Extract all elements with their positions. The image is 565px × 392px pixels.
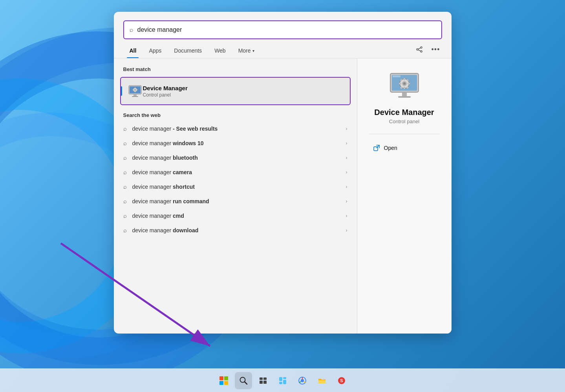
web-item-windows10[interactable]: ⌕ device manager windows 10 › bbox=[114, 136, 357, 150]
widgets-button[interactable] bbox=[274, 372, 291, 389]
web-item-text-camera: device manager camera bbox=[132, 169, 340, 175]
app6-icon: S bbox=[337, 376, 346, 385]
web-item-text-windows10: device manager windows 10 bbox=[132, 140, 340, 146]
search-bar[interactable]: ⌕ bbox=[123, 20, 442, 39]
more-options-button[interactable]: ••• bbox=[430, 43, 442, 56]
svg-rect-14 bbox=[135, 91, 135, 93]
tabs-icons: ••• bbox=[413, 43, 442, 58]
left-panel: Best match bbox=[114, 58, 357, 334]
search-icon: ⌕ bbox=[130, 26, 133, 33]
svg-rect-39 bbox=[260, 377, 263, 380]
svg-line-5 bbox=[418, 48, 421, 49]
search-web-icon-6: ⌕ bbox=[123, 198, 127, 204]
web-item-see-web[interactable]: ⌕ device manager - See web results › bbox=[114, 121, 357, 136]
search-web-icon-2: ⌕ bbox=[123, 140, 127, 146]
search-web-icon-4: ⌕ bbox=[123, 169, 127, 175]
search-taskbar-icon bbox=[239, 376, 248, 385]
best-match-info: Device Manager Control panel bbox=[143, 85, 188, 98]
best-match-label: Best match bbox=[114, 66, 357, 77]
task-view-button[interactable] bbox=[254, 372, 272, 389]
file-explorer-button[interactable] bbox=[313, 372, 331, 389]
tab-more[interactable]: More ▾ bbox=[232, 44, 261, 58]
open-icon bbox=[373, 144, 380, 151]
right-divider bbox=[369, 134, 440, 134]
search-input[interactable] bbox=[137, 26, 436, 33]
svg-line-38 bbox=[245, 382, 247, 384]
svg-point-3 bbox=[417, 49, 418, 50]
web-item-text-bluetooth: device manager bluetooth bbox=[132, 155, 340, 161]
search-web-icon-8: ⌕ bbox=[123, 227, 127, 233]
search-web-icon-7: ⌕ bbox=[123, 212, 127, 219]
device-manager-icon bbox=[127, 83, 143, 99]
windows-logo bbox=[219, 376, 228, 385]
best-match-title: Device Manager bbox=[143, 85, 188, 91]
web-item-text-see-web: device manager - See web results bbox=[132, 126, 340, 132]
right-app-title: Device Manager bbox=[374, 108, 434, 117]
svg-rect-43 bbox=[279, 377, 282, 381]
task-view-icon bbox=[259, 376, 267, 385]
web-section-label: Search the web bbox=[114, 108, 357, 121]
search-panel: ⌕ All Apps Documents Web More ▾ bbox=[114, 12, 452, 334]
search-web-icon-5: ⌕ bbox=[123, 183, 127, 190]
tab-all[interactable]: All bbox=[123, 44, 143, 58]
main-content: Best match bbox=[114, 58, 452, 334]
web-item-text-cmd: device manager cmd bbox=[132, 213, 340, 219]
svg-rect-10 bbox=[132, 96, 138, 97]
chevron-down-icon: ▾ bbox=[252, 49, 254, 53]
svg-point-12 bbox=[134, 89, 136, 91]
chevron-right-icon-7: › bbox=[346, 213, 347, 219]
share-icon-button[interactable] bbox=[413, 43, 426, 56]
svg-point-2 bbox=[421, 47, 422, 48]
svg-rect-40 bbox=[263, 377, 267, 380]
web-item-runcommand[interactable]: ⌕ device manager run command › bbox=[114, 194, 357, 208]
svg-rect-16 bbox=[137, 89, 138, 90]
right-app-subtitle: Control panel bbox=[389, 119, 419, 124]
svg-rect-19 bbox=[393, 75, 400, 77]
web-item-download[interactable]: ⌕ device manager download › bbox=[114, 223, 357, 237]
svg-point-48 bbox=[301, 379, 304, 382]
chevron-right-icon-6: › bbox=[346, 199, 347, 204]
svg-rect-28 bbox=[408, 83, 410, 84]
svg-rect-44 bbox=[283, 377, 286, 379]
web-item-cmd[interactable]: ⌕ device manager cmd › bbox=[114, 208, 357, 223]
web-item-shortcut[interactable]: ⌕ device manager shortcut › bbox=[114, 179, 357, 194]
app6-button[interactable]: S bbox=[333, 372, 350, 389]
best-match-item[interactable]: Device Manager Control panel bbox=[120, 77, 351, 105]
svg-point-4 bbox=[421, 51, 422, 52]
tabs-row: All Apps Documents Web More ▾ bbox=[114, 43, 452, 58]
svg-line-6 bbox=[418, 50, 421, 51]
svg-rect-41 bbox=[260, 381, 263, 384]
ellipsis-icon: ••• bbox=[432, 46, 440, 54]
chevron-right-icon-4: › bbox=[346, 170, 347, 175]
search-web-icon-3: ⌕ bbox=[123, 154, 127, 161]
svg-text:S: S bbox=[340, 378, 343, 383]
svg-rect-13 bbox=[135, 87, 135, 88]
tab-web[interactable]: Web bbox=[208, 44, 232, 58]
right-panel: Device Manager Control panel Open bbox=[357, 58, 452, 334]
tab-apps[interactable]: Apps bbox=[143, 44, 168, 58]
file-explorer-icon bbox=[318, 376, 326, 385]
svg-rect-15 bbox=[132, 89, 133, 90]
web-item-text-runcommand: device manager run command bbox=[132, 198, 340, 204]
tab-documents[interactable]: Documents bbox=[168, 44, 208, 58]
svg-rect-25 bbox=[404, 78, 405, 80]
chevron-right-icon-2: › bbox=[346, 140, 347, 146]
open-button[interactable]: Open bbox=[369, 142, 401, 154]
chrome-button[interactable] bbox=[294, 372, 311, 389]
web-item-bluetooth[interactable]: ⌕ device manager bluetooth › bbox=[114, 150, 357, 165]
search-taskbar-button[interactable] bbox=[235, 372, 252, 389]
chevron-right-icon: › bbox=[346, 126, 347, 131]
best-match-bar bbox=[121, 86, 122, 96]
web-item-text-download: device manager download bbox=[132, 227, 340, 233]
svg-rect-52 bbox=[318, 380, 325, 383]
desktop: ⌕ All Apps Documents Web More ▾ bbox=[0, 0, 565, 392]
web-item-text-shortcut: device manager shortcut bbox=[132, 184, 340, 190]
chevron-right-icon-3: › bbox=[346, 155, 347, 160]
device-manager-large-icon bbox=[389, 70, 420, 102]
search-web-icon: ⌕ bbox=[123, 125, 127, 132]
best-match-subtitle: Control panel bbox=[143, 92, 188, 98]
svg-rect-26 bbox=[404, 87, 405, 89]
search-bar-container: ⌕ bbox=[114, 12, 452, 39]
start-button[interactable] bbox=[215, 372, 232, 389]
web-item-camera[interactable]: ⌕ device manager camera › bbox=[114, 165, 357, 179]
